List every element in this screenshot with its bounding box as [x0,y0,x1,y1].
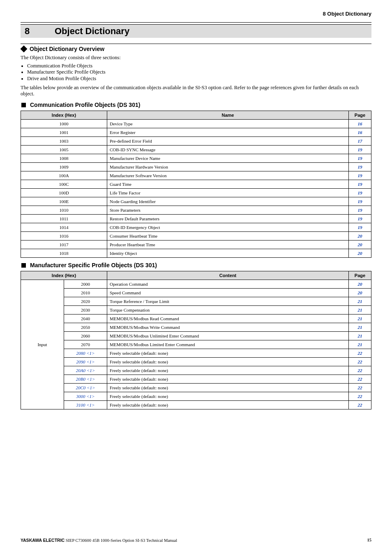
cell-page[interactable]: 16 [349,128,371,136]
cell-page[interactable]: 20 [349,249,371,257]
table-row: 2070MEMOBUS/Modbus Limited Enter Command… [21,340,371,349]
cell-page[interactable]: 19 [349,188,371,197]
cell-index: 2090 <1> [64,357,107,366]
overview-bullet-list: Communication Profile Objects Manufactur… [22,63,371,82]
cell-page[interactable]: 16 [349,119,371,128]
cell-page[interactable]: 19 [349,171,371,180]
page-footer: YASKAWA ELECTRIC SIEP C730600 45B 1000-S… [21,538,371,543]
cell-page[interactable]: 17 [349,136,371,145]
cell-page[interactable]: 20 [349,280,371,288]
cell-index: 2000 [64,280,107,288]
cell-content: MEMOBUS/Modbus Write Command [107,323,349,331]
cell-page[interactable]: 19 [349,180,371,188]
cell-content: MEMOBUS/Modbus Limited Enter Command [107,340,349,349]
cell-content: Freely selectable (default: none) [107,375,349,383]
cell-page[interactable]: 19 [349,162,371,171]
running-header: 8 Object Dictionary [21,11,371,18]
manu-table-heading-text: Manufacturer Specific Profile Objects (D… [30,262,157,268]
cell-index: 100C [21,180,107,188]
cell-page[interactable]: 19 [349,197,371,206]
col-header-name: Name [107,111,349,119]
cell-page[interactable]: 22 [349,383,371,392]
cell-index: 1014 [21,223,107,231]
cell-index: 100D [21,188,107,197]
header-rule [21,22,371,23]
manu-table-heading: Manufacturer Specific Profile Objects (D… [21,262,371,268]
table-row: 2010Speed Command20 [21,288,371,297]
diamond-icon [21,46,28,53]
cell-index: 1018 [21,249,107,257]
cell-page[interactable]: 21 [349,323,371,331]
cell-page[interactable]: 20 [349,288,371,297]
cell-name: Manufacturer Hardware Version [107,162,349,171]
table-row: 1011Restore Default Parameters19 [21,214,371,223]
cell-page[interactable]: 22 [349,357,371,366]
table-row: 1014COB-ID Emergency Object19 [21,223,371,231]
col-header-page: Page [349,271,371,280]
table-row: 100ENode Guarding Identifier19 [21,197,371,206]
cell-content: Freely selectable (default: none) [107,349,349,357]
table-header-row: Index (Hex) Name Page [21,111,371,119]
cell-page[interactable]: 19 [349,145,371,154]
cell-name: Guard Time [107,180,349,188]
footer-doc: SIEP C730600 45B 1000-Series Option SI-S… [65,538,177,543]
table-row: 3000 <1>Freely selectable (default: none… [21,392,371,400]
cell-index: 1005 [21,145,107,154]
cell-page[interactable]: 22 [349,366,371,375]
table-row: 1000Device Type16 [21,119,371,128]
communication-profile-table: Index (Hex) Name Page 1000Device Type161… [21,111,371,258]
table-row: 100DLife Time Factor19 [21,188,371,197]
cell-page[interactable]: 19 [349,223,371,231]
cell-page[interactable]: 22 [349,400,371,409]
table-row: 2090 <1>Freely selectable (default: none… [21,357,371,366]
cell-page[interactable]: 20 [349,240,371,249]
footer-page-number: 15 [367,538,372,542]
cell-page[interactable]: 21 [349,340,371,349]
manufacturer-profile-table: Index (Hex) Content Page Input2000Operat… [21,271,371,409]
cell-page[interactable]: 21 [349,314,371,323]
col-header-index: Index (Hex) [21,271,107,280]
comm-table-heading-text: Communication Profile Objects (DS 301) [30,102,140,108]
cell-index: 2040 [64,314,107,323]
table-header-row: Index (Hex) Content Page [21,271,371,280]
cell-page[interactable]: 21 [349,305,371,314]
cell-index: 20A0 <1> [64,366,107,375]
table-row: Input2000Operation Command20 [21,280,371,288]
comm-table-heading: Communication Profile Objects (DS 301) [21,102,371,108]
cell-content: Freely selectable (default: none) [107,400,349,409]
cell-index: 1010 [21,206,107,214]
cell-index: 1001 [21,128,107,136]
cell-page[interactable]: 21 [349,331,371,340]
cell-content: Speed Command [107,288,349,297]
table-row: 1001Error Register16 [21,128,371,136]
cell-index: 1008 [21,154,107,162]
cell-index: 1000 [21,119,107,128]
table-row: 1009Manufacturer Hardware Version19 [21,162,371,171]
col-header-content: Content [107,271,349,280]
cell-index: 3100 <1> [64,400,107,409]
cell-page[interactable]: 19 [349,214,371,223]
cell-index: 20C0 <1> [64,383,107,392]
cell-index: 2080 <1> [64,349,107,357]
cell-page[interactable]: 20 [349,231,371,240]
cell-name: Restore Default Parameters [107,214,349,223]
cell-page[interactable]: 22 [349,392,371,400]
cell-index: 2060 [64,331,107,340]
table-row: 20B0 <1>Freely selectable (default: none… [21,375,371,383]
cell-page[interactable]: 22 [349,375,371,383]
cell-page[interactable]: 19 [349,206,371,214]
cell-page[interactable]: 22 [349,349,371,357]
table-row: 20A0 <1>Freely selectable (default: none… [21,366,371,375]
cell-page[interactable]: 19 [349,154,371,162]
footer-brand: YASKAWA ELECTRIC [21,538,65,543]
list-item: Drive and Motion Profile Objects [27,76,371,82]
cell-name: Store Parameters [107,206,349,214]
chapter-number: 8 [23,26,53,37]
cell-content: Operation Command [107,280,349,288]
cell-page[interactable]: 21 [349,297,371,305]
table-row: 1018Identity Object20 [21,249,371,257]
table-row: 2080 <1>Freely selectable (default: none… [21,349,371,357]
chapter-heading-bar: 8 Object Dictionary [21,24,371,38]
list-item: Manufacturer Specific Profile Objects [27,69,371,76]
col-header-index: Index (Hex) [21,111,107,119]
